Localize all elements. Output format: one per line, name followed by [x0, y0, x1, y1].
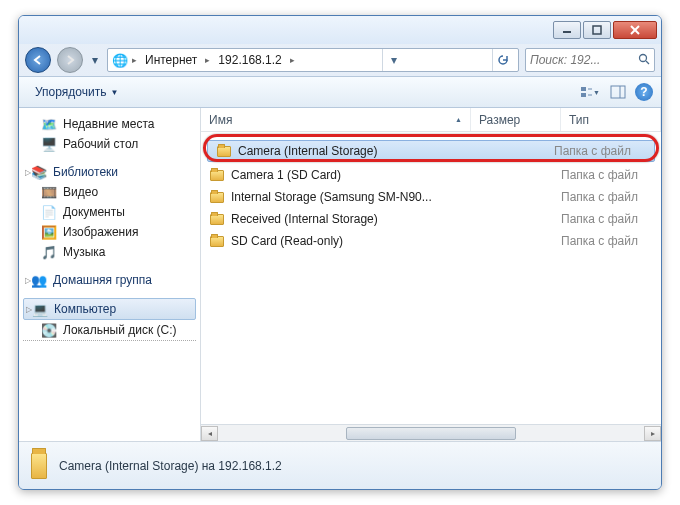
- list-item[interactable]: Internal Storage (Samsung SM-N90... Папк…: [201, 186, 661, 208]
- item-name: Camera 1 (SD Card): [231, 168, 467, 182]
- folder-icon: [31, 458, 47, 474]
- tree-homegroup[interactable]: ▷👥Домашняя группа: [23, 270, 196, 290]
- tree-label: Недавние места: [63, 117, 154, 131]
- nav-history-dropdown[interactable]: ▾: [89, 49, 101, 71]
- tree-local-disk[interactable]: 💽Локальный диск (C:): [23, 320, 196, 341]
- dropdown-history-icon[interactable]: ▾: [382, 49, 404, 71]
- explorer-window: ▾ 🌐 ▸ Интернет ▸ 192.168.1.2 ▸ ▾ Упорядо…: [18, 15, 662, 490]
- status-text: Camera (Internal Storage) на 192.168.1.2: [59, 459, 282, 473]
- help-button[interactable]: ?: [635, 83, 653, 101]
- tree-video[interactable]: 🎞️Видео: [23, 182, 196, 202]
- horizontal-scrollbar[interactable]: ◂ ▸: [201, 424, 661, 441]
- search-icon: [638, 53, 650, 68]
- chevron-down-icon: ▼: [110, 88, 118, 97]
- item-type: Папка с файл: [561, 212, 653, 226]
- window-controls: [553, 21, 657, 39]
- refresh-button[interactable]: [492, 49, 514, 71]
- tree-desktop[interactable]: 🖥️Рабочий стол: [23, 134, 196, 154]
- search-input[interactable]: [530, 53, 634, 67]
- expand-icon[interactable]: ▷: [25, 276, 31, 285]
- list-item[interactable]: SD Card (Read-only) Папка с файл: [201, 230, 661, 252]
- item-name: Internal Storage (Samsung SM-N90...: [231, 190, 467, 204]
- status-bar: Camera (Internal Storage) на 192.168.1.2: [19, 441, 661, 489]
- column-headers: Имя▲ Размер Тип: [201, 108, 661, 132]
- svg-rect-7: [581, 93, 586, 97]
- tree-label: Домашняя группа: [53, 273, 152, 287]
- tree-label: Компьютер: [54, 302, 116, 316]
- tree-label: Локальный диск (C:): [63, 323, 177, 337]
- maximize-button[interactable]: [583, 21, 611, 39]
- chevron-right-icon: ▸: [132, 55, 137, 65]
- col-label: Имя: [209, 113, 232, 127]
- col-name[interactable]: Имя▲: [201, 108, 471, 131]
- item-name: SD Card (Read-only): [231, 234, 467, 248]
- organize-button[interactable]: Упорядочить ▼: [27, 81, 126, 103]
- tree-computer[interactable]: ▷💻Компьютер: [23, 298, 196, 320]
- organize-label: Упорядочить: [35, 85, 106, 99]
- video-icon: 🎞️: [41, 184, 57, 200]
- libraries-icon: 📚: [31, 164, 47, 180]
- recent-icon: 🗺️: [41, 116, 57, 132]
- preview-pane-button[interactable]: [607, 82, 629, 102]
- list-item[interactable]: Camera (Internal Storage) Папка с файл: [207, 140, 655, 162]
- address-bar[interactable]: 🌐 ▸ Интернет ▸ 192.168.1.2 ▸ ▾: [107, 48, 519, 72]
- col-type[interactable]: Тип: [561, 108, 661, 131]
- tree-label: Изображения: [63, 225, 138, 239]
- close-button[interactable]: [613, 21, 657, 39]
- expand-icon[interactable]: ▷: [26, 305, 32, 314]
- tree-pictures[interactable]: 🖼️Изображения: [23, 222, 196, 242]
- forward-button[interactable]: [57, 47, 83, 73]
- tree-recent-places[interactable]: 🗺️Недавние места: [23, 114, 196, 134]
- folder-icon: [209, 233, 225, 249]
- scroll-track[interactable]: [218, 426, 644, 441]
- item-type: Папка с файл: [561, 168, 653, 182]
- item-name: Camera (Internal Storage): [238, 144, 460, 158]
- tree-label: Видео: [63, 185, 98, 199]
- file-list: Имя▲ Размер Тип Camera (Internal Storage…: [201, 108, 661, 441]
- homegroup-icon: 👥: [31, 272, 47, 288]
- list-item[interactable]: Received (Internal Storage) Папка с файл: [201, 208, 661, 230]
- item-type: Папка с файл: [554, 144, 646, 158]
- tree-libraries[interactable]: ▷📚Библиотеки: [23, 162, 196, 182]
- scroll-right-button[interactable]: ▸: [644, 426, 661, 441]
- document-icon: 📄: [41, 204, 57, 220]
- svg-point-4: [640, 54, 647, 61]
- chevron-right-icon: ▸: [205, 55, 210, 65]
- breadcrumb-internet[interactable]: Интернет: [141, 51, 201, 69]
- item-type: Папка с файл: [561, 234, 653, 248]
- list-item[interactable]: Camera 1 (SD Card) Папка с файл: [201, 164, 661, 186]
- minimize-button[interactable]: [553, 21, 581, 39]
- pictures-icon: 🖼️: [41, 224, 57, 240]
- svg-line-5: [646, 61, 649, 64]
- item-type: Папка с файл: [561, 190, 653, 204]
- svg-rect-1: [593, 26, 601, 34]
- address-row: ▾ 🌐 ▸ Интернет ▸ 192.168.1.2 ▸ ▾: [19, 44, 661, 76]
- scroll-left-button[interactable]: ◂: [201, 426, 218, 441]
- back-button[interactable]: [25, 47, 51, 73]
- tree-documents[interactable]: 📄Документы: [23, 202, 196, 222]
- music-icon: 🎵: [41, 244, 57, 260]
- folder-icon: [216, 143, 232, 159]
- tree-music[interactable]: 🎵Музыка: [23, 242, 196, 262]
- chevron-right-icon: ▸: [290, 55, 295, 65]
- toolbar: Упорядочить ▼ ▼ ?: [19, 76, 661, 108]
- tree-label: Документы: [63, 205, 125, 219]
- search-box[interactable]: [525, 48, 655, 72]
- toolbar-right: ▼ ?: [579, 82, 653, 102]
- expand-icon[interactable]: ▷: [25, 168, 31, 177]
- computer-icon: 💻: [32, 301, 48, 317]
- svg-rect-10: [611, 86, 625, 98]
- nav-tree[interactable]: 🗺️Недавние места 🖥️Рабочий стол ▷📚Библио…: [19, 108, 201, 441]
- tree-label: Библиотеки: [53, 165, 118, 179]
- body: 🗺️Недавние места 🖥️Рабочий стол ▷📚Библио…: [19, 108, 661, 441]
- sort-asc-icon: ▲: [455, 116, 462, 123]
- col-size[interactable]: Размер: [471, 108, 561, 131]
- folder-icon: [209, 189, 225, 205]
- scroll-thumb[interactable]: [346, 427, 516, 440]
- titlebar: [19, 16, 661, 44]
- folder-icon: [209, 211, 225, 227]
- breadcrumb-ip[interactable]: 192.168.1.2: [214, 51, 285, 69]
- desktop-icon: 🖥️: [41, 136, 57, 152]
- tree-label: Музыка: [63, 245, 105, 259]
- view-options-button[interactable]: ▼: [579, 82, 601, 102]
